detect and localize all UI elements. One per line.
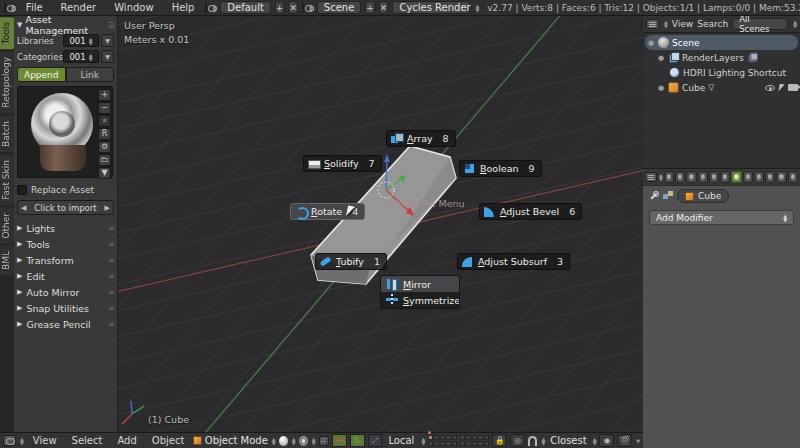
pie-item-mirror[interactable]: Mirror	[381, 276, 459, 292]
pie-item-solidify[interactable]: Solidify 7	[303, 155, 382, 172]
expand-icon[interactable]: ●	[657, 54, 665, 62]
scene-field[interactable]: Scene	[317, 1, 362, 14]
pie-item-array[interactable]: Array 8	[386, 130, 456, 147]
manipulator-toggle-icon[interactable]	[319, 436, 329, 446]
append-button[interactable]: Append	[17, 67, 66, 82]
tab-render[interactable]	[664, 171, 674, 183]
scene-delete-button[interactable]: ✕	[379, 1, 389, 14]
tab-physics[interactable]	[788, 171, 798, 183]
section-lights[interactable]: ▶Lights≡	[17, 220, 114, 236]
tab-material[interactable]	[754, 171, 764, 183]
orientation-select[interactable]: Local	[385, 435, 417, 446]
pivot-point-icon[interactable]	[299, 436, 308, 446]
import-next-icon[interactable]: ▶	[105, 204, 110, 212]
outliner-filter-stepper[interactable]: ▲▼	[793, 20, 797, 28]
link-button[interactable]: Link	[66, 67, 115, 82]
selectability-pointer-icon[interactable]	[778, 83, 784, 92]
asset-preview[interactable]: + − ★ R ⚙ 🗀 ▼	[17, 86, 113, 178]
viewport-editor-stepper[interactable]: ▲▼	[20, 437, 24, 445]
proportional-edit-icon[interactable]: ◎	[510, 434, 525, 447]
open-folder-icon[interactable]: 🗀	[98, 154, 111, 166]
tab-object[interactable]	[709, 171, 719, 183]
add-modifier-dropdown[interactable]: Add Modifier ▲▼	[649, 210, 794, 225]
settings-gear-icon[interactable]: ⚙	[98, 141, 111, 153]
snap-mode-stepper[interactable]: ▲▼	[593, 437, 597, 445]
tab-fast-skin[interactable]: Fast Skin	[0, 155, 14, 205]
pie-item-symmetrize[interactable]: Symmetrize	[381, 292, 459, 308]
render-engine-select[interactable]: Cycles Render	[392, 1, 470, 14]
menu-help[interactable]: Help	[165, 2, 202, 13]
libraries-dropdown-button[interactable]: ▼	[101, 34, 114, 47]
menu-select[interactable]: Select	[66, 435, 109, 446]
viewport-editor-type-icon[interactable]	[3, 435, 16, 446]
tab-modifiers[interactable]	[731, 171, 741, 183]
outliner-menu-search[interactable]: Search	[697, 19, 728, 29]
categories-value-field[interactable]: 001 ▲▼	[63, 50, 99, 63]
translate-manipulator-button[interactable]: ↔	[332, 434, 347, 447]
panel-collapse-icon[interactable]: ▼	[17, 21, 22, 29]
libraries-value-field[interactable]: 001 ▲▼	[63, 34, 99, 47]
tab-data[interactable]	[743, 171, 753, 183]
preview-zoom-out-button[interactable]: −	[98, 102, 111, 114]
categories-dropdown-button[interactable]: ▼	[101, 50, 114, 63]
outliner-item-renderlayers[interactable]: ● RenderLayers	[643, 50, 800, 65]
outliner-editor-icon[interactable]	[646, 19, 659, 29]
pie-item-tubify[interactable]: Tubify 1	[315, 253, 387, 270]
scene-add-button[interactable]: +	[365, 1, 375, 14]
menu-object[interactable]: Object	[146, 435, 191, 446]
pie-item-adjust-bevel[interactable]: Adjust Bevel 6	[479, 203, 582, 220]
menu-render[interactable]: Render	[54, 2, 104, 13]
shading-stepper[interactable]: ▲▼	[292, 437, 296, 445]
preview-zoom-in-button[interactable]: +	[98, 89, 111, 101]
tab-particles[interactable]	[776, 171, 786, 183]
section-snap-utilities[interactable]: ▶Snap Utilities≡	[17, 300, 114, 316]
outliner-item-hdri[interactable]: HDRI Lighting Shortcut	[643, 65, 800, 80]
tab-retopology[interactable]: Retopology	[0, 52, 14, 113]
tab-batch[interactable]: Batch	[0, 116, 14, 152]
editor-type-icon[interactable]	[4, 2, 6, 13]
favorite-star-icon[interactable]: ★	[98, 115, 111, 127]
reload-button[interactable]: R	[98, 128, 111, 140]
snap-mode-select[interactable]: Closest	[548, 435, 588, 446]
opengl-render-icon[interactable]: ◉	[599, 434, 614, 447]
orientation-stepper[interactable]: ▲▼	[421, 437, 425, 445]
section-transform[interactable]: ▶Transform≡	[17, 252, 114, 268]
preview-dropdown-icon[interactable]: ▼	[98, 167, 111, 179]
tab-render-layers[interactable]	[675, 171, 685, 183]
render-dropdown-icon[interactable]: ▼	[636, 439, 640, 443]
renderability-camera-icon[interactable]	[788, 84, 798, 91]
asset-panel-header[interactable]: ▼ Asset Management ☰	[17, 18, 114, 32]
tab-world[interactable]	[698, 171, 708, 183]
pie-item-adjust-subsurf[interactable]: Adjust Subsurf 3	[457, 253, 570, 270]
tab-tools[interactable]: Tools	[0, 17, 14, 49]
snap-stepper[interactable]: ▲▼	[541, 437, 545, 445]
click-to-import-button[interactable]: ◀ Click to import ▶	[17, 200, 114, 215]
menu-add[interactable]: Add	[111, 435, 142, 446]
tab-other[interactable]: Other	[0, 208, 14, 244]
lock-to-scene-icon[interactable]: 🔒	[492, 434, 507, 447]
menu-file[interactable]: File	[19, 2, 50, 13]
tab-scene[interactable]	[686, 171, 696, 183]
layout-add-button[interactable]: +	[275, 1, 285, 14]
outliner-editor-stepper[interactable]: ▲▼	[664, 20, 668, 28]
expand-icon[interactable]: ●	[647, 39, 655, 47]
tab-constraints[interactable]	[720, 171, 730, 183]
screen-layout-field[interactable]: Default	[220, 1, 271, 14]
outliner-menu-view[interactable]: View	[672, 19, 693, 29]
layers-widget-2[interactable]	[460, 435, 489, 446]
pin-tool-icon[interactable]	[649, 191, 659, 201]
outliner-item-scene[interactable]: ● Scene	[645, 35, 798, 50]
visibility-eye-icon[interactable]	[765, 85, 775, 91]
outliner-item-cube[interactable]: ● Cube ∇	[643, 80, 800, 95]
menu-view[interactable]: View	[27, 435, 63, 446]
mode-stepper[interactable]: ▲▼	[272, 437, 276, 445]
replace-asset-checkbox[interactable]	[17, 185, 27, 195]
scale-manipulator-button[interactable]: ⤢	[368, 434, 383, 447]
viewport-shading-icon[interactable]	[279, 436, 288, 446]
section-tools[interactable]: ▶Tools≡	[17, 236, 114, 252]
context-nodes-icon[interactable]	[663, 191, 673, 201]
engine-stepper[interactable]: ▲▼	[475, 4, 479, 12]
scene-selector-icon[interactable]	[302, 2, 304, 13]
expand-icon[interactable]: ●	[657, 84, 665, 92]
panel-grip-icon[interactable]: ☰	[108, 21, 114, 30]
